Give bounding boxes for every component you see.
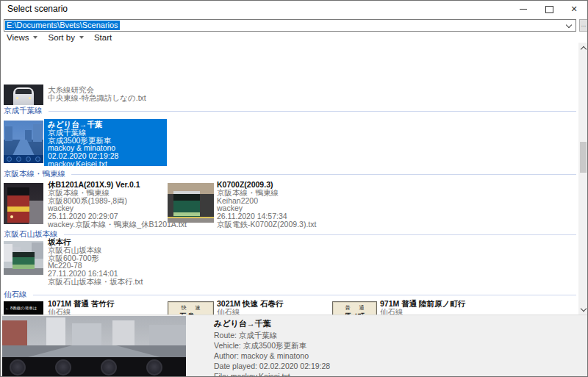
details-route: Route: 京成千葉線 (214, 331, 277, 341)
green-stripe-art (12, 265, 35, 269)
scenario-item-sakamoto[interactable]: 坂本行 京阪石山坂本線 京阪600-700形 Mc220-78 27.11.20… (48, 238, 143, 286)
gauge-icon (101, 359, 117, 376)
chevron-down-icon[interactable] (566, 22, 572, 28)
start-label: Start (94, 33, 112, 42)
gauge-icon (146, 359, 162, 376)
minimize-icon (520, 9, 527, 10)
details-date-played: Date played: 02.02.2020 02:19:28 (214, 362, 330, 370)
selection-tint-overlay (4, 121, 43, 163)
thumbnail-oito-line[interactable] (4, 85, 43, 105)
item-file: wackey.京阪本線・鴨東線_休B1201A.txt (48, 220, 187, 229)
window-band-art (7, 187, 29, 195)
titlebar[interactable]: Select scenario ✕ (1, 1, 587, 18)
details-panel: みどり台→千葉 Route: 京成千葉線 Vehicle: 京成3500形更新車… (1, 315, 587, 377)
sign-type: 普 通 (337, 304, 376, 312)
maximize-button[interactable] (537, 1, 562, 18)
building-art (46, 317, 65, 345)
item-file: 京阪電鉄-K0700Z(2009.3).txt (217, 220, 316, 229)
item-route: 京阪本線・鴨東線 (217, 189, 316, 197)
item-route: 仙石線 (48, 308, 118, 315)
address-combobox[interactable]: E:\Documents\Bvets\Scenarios (4, 19, 576, 32)
item-file: 中央東線-特急諏訪しなの.txt (48, 94, 146, 102)
close-button[interactable]: ✕ (562, 1, 587, 18)
minimize-button[interactable] (511, 1, 536, 18)
group-label: 仙石線 (4, 290, 27, 300)
gauge-icon (55, 359, 71, 376)
window-band-art (173, 194, 200, 201)
yellow-stripe-art (7, 207, 29, 212)
address-input-value[interactable]: E:\Documents\Bvets\Scenarios (5, 21, 120, 30)
start-button[interactable]: Start (94, 33, 112, 42)
item-route: 京阪本線・鴨東線 (48, 189, 187, 197)
headlight-art (29, 97, 31, 99)
building-art (149, 325, 186, 345)
maximize-icon (545, 6, 553, 13)
group-rule (64, 234, 577, 235)
scenario-item-senseki-971m[interactable]: 971M 普通 陸前原ノ町行 仙石線 JR 103 Series, SA1 仙ナ… (380, 300, 465, 315)
details-author: Author: mackoy & minatono (214, 351, 309, 360)
scenario-item-keihan-k0700z[interactable]: K0700Z(2009.3) 京阪本線・鴨東線 Keihan2200 wacke… (217, 181, 316, 229)
chevron-down-icon (580, 305, 586, 311)
views-label: Views (7, 33, 29, 42)
building-art (72, 323, 101, 345)
group-rule (71, 174, 576, 175)
item-file: mackoy.Keisei.txt (48, 160, 118, 168)
browse-button[interactable]: ... (579, 19, 588, 32)
group-header-keisei-chiba[interactable]: 京成千葉線 (4, 106, 576, 116)
views-menu-button[interactable]: Views (7, 33, 37, 42)
scrollbar-down-button[interactable] (578, 304, 588, 315)
thumbnail-keihan-2200[interactable] (168, 183, 214, 223)
led-line1: ← 8番線の発車は (5, 306, 37, 311)
details-vehicle: Vehicle: 京成3500形更新車 (214, 341, 306, 351)
gauge-icon (10, 359, 26, 376)
thumbnail-keisei-selected[interactable] (4, 121, 43, 163)
scenario-list[interactable]: 大糸線研究会 中央東線-特急諏訪しなの.txt 京成千葉線 みどり台→千葉 京成… (1, 43, 578, 315)
thumbnail-keihan-8000[interactable] (4, 183, 43, 224)
item-route: 京阪石山坂本線 (48, 246, 143, 254)
group-header-senseki[interactable]: 仙石線 (4, 290, 576, 300)
thumbnail-led-departure-board[interactable]: ← 8番線の発車は 普通10:36 苦 竹 (4, 301, 43, 315)
dropdown-arrow-icon (33, 36, 37, 39)
dropdown-arrow-icon (79, 36, 84, 39)
building-art (4, 244, 12, 262)
group-rule (33, 295, 577, 295)
scenario-item-oito-partial[interactable]: 大糸線研究会 中央東線-特急諏訪しなの.txt (48, 86, 146, 102)
close-icon: ✕ (570, 5, 577, 13)
windshield-art (15, 89, 32, 94)
scenario-item-senseki-3021m[interactable]: 3021M 快速 石巻行 仙石線 103-NS410 仙ナセ 24.11.202… (217, 300, 287, 315)
scenario-item-senseki-1071m[interactable]: 1071M 普通 苦竹行 仙石線 103-NS410 仙ナセ 02.02.202… (48, 300, 118, 315)
scrollbar-thumb[interactable] (580, 142, 587, 173)
item-route: 仙石線 (217, 308, 287, 315)
thumbnail-sakamoto-tram[interactable] (4, 241, 43, 275)
select-scenario-window: Select scenario ✕ E:\Documents\Bvets\Sce… (0, 0, 588, 377)
sort-by-label: Sort by (48, 33, 74, 42)
scrollbar-up-button[interactable] (578, 43, 588, 54)
thumbnail-kaisoku-sign[interactable]: 快 速 石 巻ゆき 10・25発 (168, 301, 214, 315)
scenario-item-keihan-b1201a[interactable]: 休B1201A(201X.9) Ver.0.1 京阪本線・鴨東線 京阪8000系… (48, 181, 187, 229)
road-art (4, 268, 43, 275)
building-art (112, 320, 135, 345)
item-route: 仙石線 (380, 308, 465, 315)
group-rule (49, 111, 577, 112)
group-label: 京成千葉線 (4, 106, 43, 116)
headlight-art (16, 97, 18, 99)
details-file: File: mackoy.Keisei.txt (214, 372, 290, 377)
scenario-item-keisei-selected[interactable]: みどり台→千葉 京成千葉線 京成3500形更新車 mackoy & minato… (48, 121, 118, 168)
sort-by-menu-button[interactable]: Sort by (48, 33, 83, 42)
chevron-up-icon (580, 46, 586, 51)
tram-body-art (12, 257, 35, 265)
toolbar: Views Sort by Start (1, 32, 587, 43)
building-art (2, 320, 27, 345)
item-route: 京成千葉線 (48, 129, 118, 137)
scenario-preview-image (2, 316, 186, 377)
headlight-art (10, 215, 13, 218)
sign-type: 快 速 (172, 304, 213, 312)
window-band-art (12, 252, 35, 257)
group-header-keihan-main[interactable]: 京阪本線・鴨東線 (4, 169, 576, 179)
platform-art (29, 201, 43, 224)
scrollbar[interactable] (578, 43, 588, 315)
thumbnail-futsu-sign[interactable]: 普 通 陸前原ノ町ゆき 9・07発 (332, 301, 377, 315)
item-file: 京阪石山坂本線・坂本行.txt (48, 278, 143, 286)
green-stripe-art (173, 212, 200, 216)
tactile-line-art (168, 217, 214, 218)
